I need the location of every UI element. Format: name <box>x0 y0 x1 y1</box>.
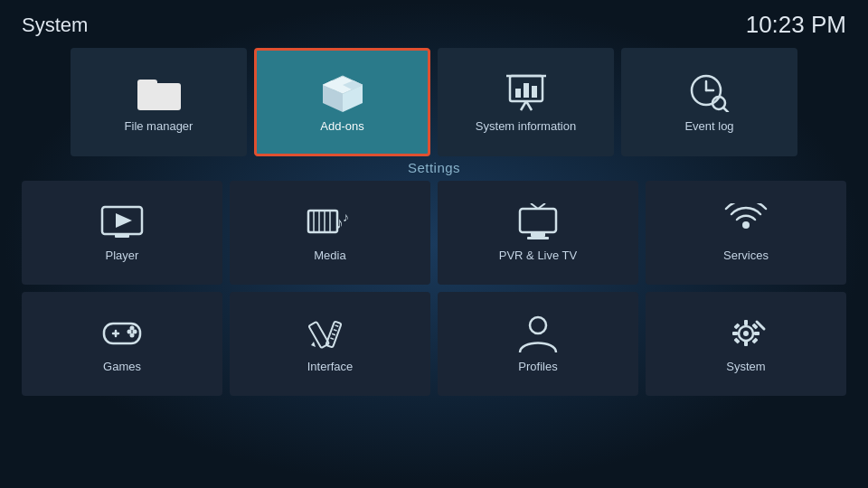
tile-interface[interactable]: Interface <box>230 292 430 396</box>
svg-rect-1 <box>137 80 157 87</box>
svg-point-51 <box>743 331 749 336</box>
tile-label: Games <box>103 360 141 373</box>
tile-add-ons[interactable]: Add-ons <box>254 48 430 156</box>
person-icon <box>514 314 561 352</box>
svg-rect-8 <box>515 89 521 98</box>
tile-event-log[interactable]: Event log <box>621 48 797 156</box>
media-icon: ♪ ♪ <box>307 203 354 241</box>
tile-system[interactable]: System <box>646 292 846 396</box>
svg-point-39 <box>133 330 137 334</box>
gamepad-icon <box>99 314 146 352</box>
clock-search-icon <box>686 72 733 112</box>
tile-label: System <box>726 360 765 373</box>
svg-marker-20 <box>116 213 132 228</box>
play-screen-icon <box>99 203 146 241</box>
folder-icon <box>136 72 183 112</box>
svg-rect-55 <box>754 332 760 335</box>
tile-player[interactable]: Player <box>22 181 222 285</box>
svg-point-40 <box>130 326 135 331</box>
top-row: File manager Add-ons <box>0 42 868 156</box>
settings-label: Settings <box>0 156 868 181</box>
tv-icon <box>514 203 561 241</box>
svg-rect-58 <box>733 337 740 343</box>
svg-point-49 <box>530 317 546 333</box>
svg-rect-53 <box>744 341 748 346</box>
clock: 10:23 PM <box>746 11 846 39</box>
svg-rect-9 <box>524 83 529 98</box>
header: System 10:23 PM <box>0 0 868 42</box>
presentation-icon <box>503 72 550 112</box>
tile-label: Interface <box>307 360 354 373</box>
tile-label: File manager <box>125 119 193 133</box>
svg-marker-43 <box>311 342 316 347</box>
svg-rect-54 <box>732 332 738 335</box>
svg-line-11 <box>521 101 526 110</box>
svg-line-12 <box>526 101 532 110</box>
tile-label: Media <box>314 249 345 262</box>
svg-rect-22 <box>308 211 337 232</box>
settings-grid: Player ♪ ♪ Media <box>0 181 868 396</box>
tile-label: System information <box>476 119 576 133</box>
svg-rect-59 <box>751 337 758 343</box>
tile-file-manager[interactable]: File manager <box>71 48 247 156</box>
svg-point-41 <box>130 333 135 338</box>
svg-rect-10 <box>532 86 537 98</box>
tile-system-information[interactable]: System information <box>438 48 614 156</box>
svg-line-45 <box>335 325 339 326</box>
pencil-ruler-icon <box>307 314 354 352</box>
page-title: System <box>22 14 88 37</box>
svg-line-48 <box>330 338 334 339</box>
svg-line-47 <box>332 333 335 334</box>
svg-rect-21 <box>115 234 129 238</box>
svg-line-18 <box>723 108 728 112</box>
wifi-circle-icon <box>722 203 769 241</box>
tile-label: Services <box>723 249 769 262</box>
svg-rect-0 <box>137 83 181 110</box>
svg-point-38 <box>127 330 132 334</box>
svg-rect-29 <box>520 209 556 232</box>
box-icon <box>319 72 366 112</box>
tile-services[interactable]: Services <box>646 181 846 285</box>
tile-label: Player <box>106 249 139 262</box>
svg-rect-33 <box>527 237 549 239</box>
tile-label: Add-ons <box>320 119 363 133</box>
tile-profiles[interactable]: Profiles <box>438 292 638 396</box>
svg-rect-52 <box>744 320 748 325</box>
tile-label: Profiles <box>518 360 557 373</box>
tile-games[interactable]: Games <box>22 292 222 396</box>
svg-rect-32 <box>531 232 545 237</box>
settings-grid-inner: Player ♪ ♪ Media <box>22 181 846 396</box>
tile-label: PVR & Live TV <box>499 249 577 262</box>
tile-label: Event log <box>684 119 733 133</box>
gear-wrench-icon <box>722 314 769 352</box>
system-page: System 10:23 PM File manager Add-ons <box>0 0 868 488</box>
tile-pvr-live-tv[interactable]: PVR & Live TV <box>438 181 638 285</box>
tile-media[interactable]: ♪ ♪ Media <box>230 181 430 285</box>
svg-point-34 <box>742 221 750 229</box>
svg-rect-56 <box>733 323 740 329</box>
svg-text:♪: ♪ <box>343 210 349 224</box>
svg-line-46 <box>334 330 337 331</box>
svg-line-60 <box>757 322 764 329</box>
